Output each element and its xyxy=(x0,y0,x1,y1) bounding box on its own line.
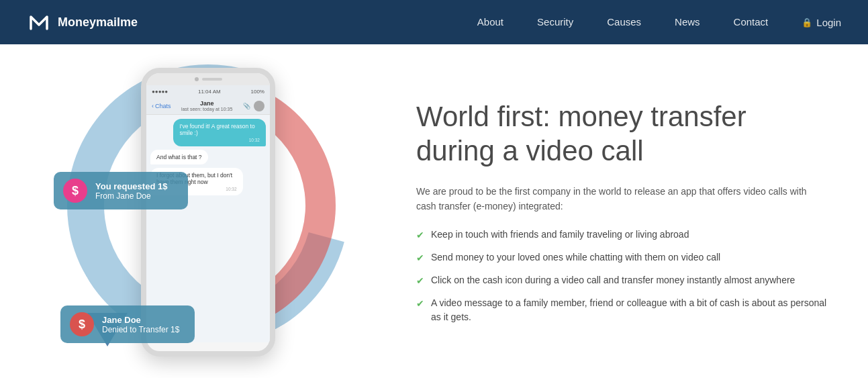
hero-title: World first: money transfer during a vid… xyxy=(416,100,828,168)
signal-dots: ●●●●● xyxy=(152,89,168,95)
feature-item-3: ✔ Click on the cash icon during a video … xyxy=(416,273,828,288)
attachment-icon: 📎 xyxy=(243,103,250,109)
right-content: World first: money transfer during a vid… xyxy=(376,100,828,324)
feature-item-2: ✔ Send money to your loved ones while ch… xyxy=(416,250,828,265)
phone-camera xyxy=(195,77,199,81)
feature-item-4: ✔ A video message to a family member, fr… xyxy=(416,296,828,324)
navbar: Moneymailme About Security Causes News C… xyxy=(0,0,868,44)
battery-level: 100% xyxy=(251,89,264,95)
nav-news[interactable]: News xyxy=(675,16,700,28)
logo[interactable]: Moneymailme xyxy=(27,10,138,34)
phone-area: ●●●●● 11:04 AM 100% ‹ Chats Jane last se… xyxy=(54,58,376,367)
nav-links: About Security Causes News Contact 🔒 Log… xyxy=(477,16,841,28)
contact-status: last seen: today at 10:35 xyxy=(175,107,240,111)
notif-icon-2: $ xyxy=(70,312,94,336)
nav-about[interactable]: About xyxy=(477,16,503,28)
back-button[interactable]: ‹ Chats xyxy=(152,103,171,109)
chat-bubble-1: I've found it! A great reason to smile :… xyxy=(173,119,266,146)
lock-icon: 🔒 xyxy=(802,17,812,28)
notification-card-1: $ You requested 1$ From Jane Doe xyxy=(54,172,188,209)
check-icon-2: ✔ xyxy=(416,251,424,265)
check-icon-1: ✔ xyxy=(416,228,424,242)
chevron-left-icon: ‹ xyxy=(152,103,154,109)
chat-bubble-2: And what is that ? xyxy=(150,150,208,164)
notification-card-2: $ Jane Doe Denied to Transfer 1$ xyxy=(60,305,195,343)
phone-speaker xyxy=(202,78,222,81)
notif-icon-1: $ xyxy=(63,179,87,203)
hero-description: We are proud to be the first company in … xyxy=(416,184,828,214)
logo-text: Moneymailme xyxy=(58,15,138,30)
notif-text-1: You requested 1$ From Jane Doe xyxy=(95,181,167,201)
contact-name: Jane xyxy=(175,100,240,107)
nav-contact[interactable]: Contact xyxy=(734,16,769,28)
feature-item-1: ✔ Keep in touch with friends and family … xyxy=(416,228,828,242)
check-icon-4: ✔ xyxy=(416,297,424,311)
main-content: ●●●●● 11:04 AM 100% ‹ Chats Jane last se… xyxy=(0,44,868,378)
feature-list: ✔ Keep in touch with friends and family … xyxy=(416,228,828,324)
logo-icon xyxy=(27,10,51,34)
nav-security[interactable]: Security xyxy=(537,16,573,28)
phone-header: ‹ Chats Jane last seen: today at 10:35 📎 xyxy=(146,97,270,115)
avatar-icon xyxy=(254,101,264,111)
phone-status-bar: ●●●●● 11:04 AM 100% xyxy=(146,85,270,97)
nav-login[interactable]: 🔒 Login xyxy=(802,17,841,28)
phone-time: 11:04 AM xyxy=(198,89,221,95)
nav-causes[interactable]: Causes xyxy=(607,16,641,28)
phone-contact: Jane last seen: today at 10:35 xyxy=(175,100,240,111)
notif-text-2: Jane Doe Denied to Transfer 1$ xyxy=(102,315,179,334)
check-icon-3: ✔ xyxy=(416,274,424,288)
phone-notch xyxy=(146,73,270,85)
